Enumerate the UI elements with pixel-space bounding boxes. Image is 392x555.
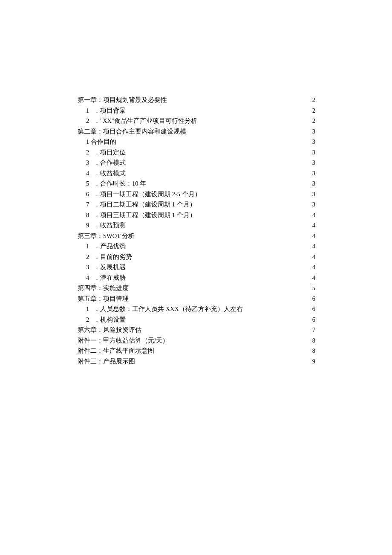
toc-entry-page: 3 xyxy=(311,178,315,189)
toc-entry-page: 4 xyxy=(311,220,315,231)
toc-entry-title: ．收益预测 xyxy=(94,220,126,231)
toc-entry: 第五章：项目管理6 xyxy=(78,293,315,304)
toc-entry-title: 第一章：项目规划背景及必要性 xyxy=(78,95,167,105)
toc-entry-page: 3 xyxy=(311,137,315,147)
toc-entry-page: 3 xyxy=(311,199,315,210)
toc-entry-page: 4 xyxy=(311,210,315,221)
toc-entry: 第一章：项目规划背景及必要性2 xyxy=(78,95,315,105)
page: 第一章：项目规划背景及必要性21．项目背景22．"XX"食品生产产业项目可行性分… xyxy=(0,0,392,366)
toc-entry-page: 6 xyxy=(311,293,315,304)
toc-entry-title: ．目前的劣势 xyxy=(94,252,132,262)
toc-entry-title: 第六章：风险投资评估 xyxy=(78,325,141,335)
toc-entry-number: 5 xyxy=(86,178,94,189)
toc-entry-title: ．"XX"食品生产产业项目可行性分析 xyxy=(94,116,197,126)
toc-entry: 1．产品优势4 xyxy=(86,241,315,252)
toc-entry-number: 2 xyxy=(86,116,94,126)
toc-entry-page: 7 xyxy=(311,325,315,335)
toc-entry: 第二章：项目合作主要内容和建设规模3 xyxy=(78,126,315,137)
toc-entry-page: 6 xyxy=(311,304,315,314)
toc-entry-title: 第二章：项目合作主要内容和建设规模 xyxy=(78,126,186,137)
toc-entry-page: 4 xyxy=(311,252,315,262)
toc-entry-page: 6 xyxy=(311,314,315,325)
toc-entry-number: 4 xyxy=(86,168,94,179)
toc-entry-title: ．产品优势 xyxy=(94,241,126,252)
toc-entry-page: 8 xyxy=(311,335,315,346)
toc-entry-page: 5 xyxy=(311,283,315,293)
toc-entry-number: 1 xyxy=(86,304,94,314)
toc-entry-page: 3 xyxy=(311,189,315,200)
toc-entry: 7．项目二期工程（建设周期 1 个月）3 xyxy=(86,199,315,210)
toc-entry: 附件二：生产线平面示意图8 xyxy=(78,346,315,356)
toc-entry-page: 4 xyxy=(311,241,315,252)
toc-entry-number: 2 xyxy=(86,147,94,158)
toc-entry-number: 1 xyxy=(86,105,94,116)
toc-entry-title: 附件三：产品展示图 xyxy=(78,356,135,367)
toc-entry: 8．项目三期工程（建设周期 1 个月）4 xyxy=(86,210,315,221)
toc-entry-page: 3 xyxy=(311,157,315,168)
toc-entry-number: 6 xyxy=(86,189,94,200)
toc-entry: 第四章：实施进度5 xyxy=(78,283,315,293)
toc-entry-title: 第四章：实施进度 xyxy=(78,283,129,293)
toc-entry: 1．人员总数：工作人员共 XXX（待乙方补充）人左右6 xyxy=(86,304,315,314)
toc-entry: 1 合作目的3 xyxy=(86,137,315,147)
toc-entry-title: 第五章：项目管理 xyxy=(78,293,129,304)
toc-entry-number: 2 xyxy=(86,252,94,262)
toc-entry: 1．项目背景2 xyxy=(86,105,315,116)
toc-entry-number: 2 xyxy=(86,314,94,325)
toc-entry-title: ．项目三期工程（建设周期 1 个月） xyxy=(94,210,196,221)
toc-entry-title: ．项目背景 xyxy=(94,105,126,116)
toc-entry-page: 2 xyxy=(311,95,315,105)
toc-entry: 6．项目一期工程（建设周期 2-5 个月）3 xyxy=(86,189,315,200)
toc-entry: 9．收益预测4 xyxy=(86,220,315,231)
toc-entry-number: 8 xyxy=(86,210,94,221)
toc-entry-title: ．收益模式 xyxy=(94,168,126,179)
toc-entry: 3．发展机遇4 xyxy=(86,262,315,273)
toc-entry-number: 4 xyxy=(86,273,94,283)
toc-entry: 2．目前的劣势4 xyxy=(86,252,315,262)
toc-entry-page: 4 xyxy=(311,231,315,241)
toc-entry-title: 附件一：甲方收益估算（元/天） xyxy=(78,335,169,346)
toc-entry-page: 9 xyxy=(311,356,315,367)
toc-entry-title: 第三章：SWOT 分析 xyxy=(78,231,135,241)
toc-entry-number: 9 xyxy=(86,220,94,231)
toc-entry-title: ．合作模式 xyxy=(94,157,126,168)
toc-entry-title: ．发展机遇 xyxy=(94,262,126,273)
toc-entry: 附件一：甲方收益估算（元/天）8 xyxy=(78,335,315,346)
toc-entry-number: 1 xyxy=(86,241,94,252)
toc-entry-title: ．人员总数：工作人员共 XXX（待乙方补充）人左右 xyxy=(94,304,243,314)
toc-entry: 5．合作时长：10 年3 xyxy=(86,178,315,189)
toc-entry-page: 3 xyxy=(311,168,315,179)
toc-entry-title: 1 合作目的 xyxy=(86,137,116,147)
toc-entry-title: ．项目二期工程（建设周期 1 个月） xyxy=(94,199,196,210)
toc-entry-number: 3 xyxy=(86,262,94,273)
toc-entry-page: 2 xyxy=(311,105,315,116)
toc-entry-page: 3 xyxy=(311,147,315,158)
table-of-contents: 第一章：项目规划背景及必要性21．项目背景22．"XX"食品生产产业项目可行性分… xyxy=(78,95,315,366)
toc-entry: 4．潜在威胁4 xyxy=(86,273,315,283)
toc-entry-page: 2 xyxy=(311,116,315,126)
toc-entry: 2．机构设置6 xyxy=(86,314,315,325)
toc-entry-title: 附件二：生产线平面示意图 xyxy=(78,346,154,356)
toc-entry: 附件三：产品展示图9 xyxy=(78,356,315,367)
toc-entry-page: 3 xyxy=(311,126,315,137)
toc-entry: 2．项目定位3 xyxy=(86,147,315,158)
toc-entry-title: ．项目定位 xyxy=(94,147,126,158)
toc-entry: 2．"XX"食品生产产业项目可行性分析2 xyxy=(86,116,315,126)
toc-entry-title: ．项目一期工程（建设周期 2-5 个月） xyxy=(94,189,201,200)
toc-entry: 第六章：风险投资评估7 xyxy=(78,325,315,335)
toc-entry-title: ．潜在威胁 xyxy=(94,273,126,283)
toc-entry: 3．合作模式3 xyxy=(86,157,315,168)
toc-entry: 4．收益模式3 xyxy=(86,168,315,179)
toc-entry-title: ．合作时长：10 年 xyxy=(94,178,146,189)
toc-entry-number: 7 xyxy=(86,199,94,210)
toc-entry-page: 4 xyxy=(311,273,315,283)
toc-entry: 第三章：SWOT 分析4 xyxy=(78,231,315,241)
toc-entry-page: 8 xyxy=(311,346,315,356)
toc-entry-page: 4 xyxy=(311,262,315,273)
toc-entry-number: 3 xyxy=(86,157,94,168)
toc-entry-title: ．机构设置 xyxy=(94,314,126,325)
